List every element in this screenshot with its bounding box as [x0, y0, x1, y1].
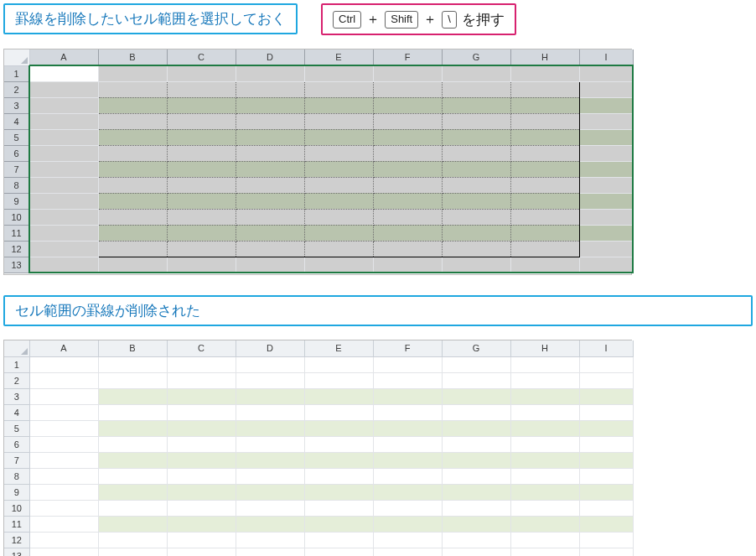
column-header[interactable]: H [510, 49, 579, 65]
cell[interactable] [304, 356, 373, 372]
cell[interactable] [167, 193, 236, 209]
row-header[interactable]: 6 [4, 145, 29, 161]
cell[interactable] [442, 356, 510, 372]
row-header[interactable]: 9 [4, 193, 29, 209]
grid-before[interactable]: ABCDEFGHI12345678910111213 [4, 49, 634, 273]
cell[interactable] [304, 97, 373, 113]
column-header[interactable]: B [98, 49, 167, 65]
cell[interactable] [167, 257, 236, 273]
cell[interactable] [29, 500, 98, 516]
column-header[interactable]: E [304, 49, 373, 65]
cell[interactable] [98, 177, 167, 193]
column-header[interactable]: I [579, 340, 633, 356]
cell[interactable] [579, 516, 633, 532]
cell[interactable] [579, 468, 633, 484]
cell[interactable] [579, 420, 633, 436]
cell[interactable] [510, 404, 579, 420]
cell[interactable] [510, 452, 579, 468]
cell[interactable] [442, 161, 510, 177]
cell[interactable] [236, 404, 304, 420]
cell[interactable] [442, 145, 510, 161]
cell[interactable] [579, 145, 633, 161]
column-header[interactable]: D [236, 49, 304, 65]
cell[interactable] [373, 404, 442, 420]
cell[interactable] [98, 129, 167, 145]
cell[interactable] [98, 388, 167, 404]
cell[interactable] [373, 65, 442, 81]
cell[interactable] [304, 209, 373, 225]
cell[interactable] [236, 97, 304, 113]
cell[interactable] [236, 129, 304, 145]
cell[interactable] [510, 436, 579, 452]
cell[interactable] [236, 241, 304, 257]
cell[interactable] [579, 257, 633, 273]
column-header[interactable]: C [167, 340, 236, 356]
cell[interactable] [579, 356, 633, 372]
column-header[interactable]: A [29, 49, 98, 65]
column-header[interactable]: H [510, 340, 579, 356]
column-header[interactable]: B [98, 340, 167, 356]
cell[interactable] [304, 468, 373, 484]
cell[interactable] [373, 516, 442, 532]
cell[interactable] [29, 356, 98, 372]
cell[interactable] [236, 145, 304, 161]
cell[interactable] [442, 404, 510, 420]
cell[interactable] [167, 484, 236, 500]
cell[interactable] [29, 145, 98, 161]
cell[interactable] [29, 113, 98, 129]
cell[interactable] [236, 516, 304, 532]
column-header[interactable]: E [304, 340, 373, 356]
cell[interactable] [167, 436, 236, 452]
cell[interactable] [98, 516, 167, 532]
cell[interactable] [98, 161, 167, 177]
row-header[interactable]: 5 [4, 129, 29, 145]
cell[interactable] [236, 388, 304, 404]
cell[interactable] [373, 257, 442, 273]
cell[interactable] [510, 81, 579, 97]
cell[interactable] [167, 500, 236, 516]
cell[interactable] [98, 548, 167, 556]
cell[interactable] [29, 452, 98, 468]
cell[interactable] [373, 452, 442, 468]
column-header[interactable]: C [167, 49, 236, 65]
cell[interactable] [579, 193, 633, 209]
row-header[interactable]: 13 [4, 257, 29, 273]
cell[interactable] [98, 257, 167, 273]
cell[interactable] [29, 372, 98, 388]
cell[interactable] [304, 420, 373, 436]
grid-after[interactable]: ABCDEFGHI12345678910111213 [4, 340, 634, 556]
cell[interactable] [579, 113, 633, 129]
cell[interactable] [304, 129, 373, 145]
column-header[interactable]: I [579, 49, 633, 65]
row-header[interactable]: 12 [4, 241, 29, 257]
cell[interactable] [373, 372, 442, 388]
row-header[interactable]: 11 [4, 516, 29, 532]
cell[interactable] [304, 65, 373, 81]
cell[interactable] [579, 97, 633, 113]
cell[interactable] [29, 81, 98, 97]
select-all-corner[interactable] [4, 340, 29, 356]
row-header[interactable]: 11 [4, 225, 29, 241]
cell[interactable] [304, 372, 373, 388]
cell[interactable] [373, 436, 442, 452]
cell[interactable] [304, 257, 373, 273]
cell[interactable] [29, 388, 98, 404]
cell[interactable] [510, 225, 579, 241]
cell[interactable] [510, 468, 579, 484]
cell[interactable] [236, 113, 304, 129]
cell[interactable] [373, 161, 442, 177]
cell[interactable] [510, 388, 579, 404]
cell[interactable] [167, 452, 236, 468]
cell[interactable] [98, 420, 167, 436]
cell[interactable] [236, 193, 304, 209]
row-header[interactable]: 13 [4, 548, 29, 556]
cell[interactable] [29, 468, 98, 484]
cell[interactable] [29, 484, 98, 500]
cell[interactable] [236, 532, 304, 548]
cell[interactable] [236, 81, 304, 97]
cell[interactable] [167, 145, 236, 161]
cell[interactable] [579, 548, 633, 556]
cell[interactable] [442, 372, 510, 388]
cell[interactable] [167, 372, 236, 388]
cell[interactable] [442, 113, 510, 129]
